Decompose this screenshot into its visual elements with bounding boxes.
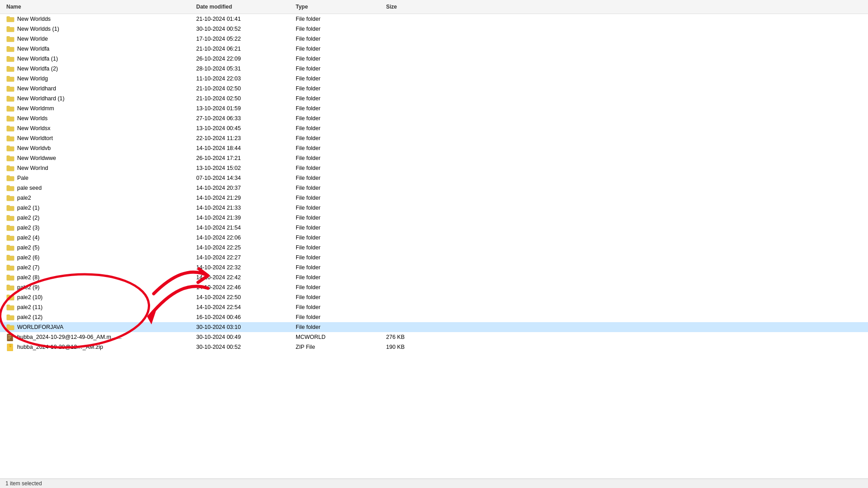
date-cell: 30-10-2024 00:52 [193, 25, 293, 33]
table-row[interactable]: pale2 (11) 14-10-2024 22:54 File folder [0, 302, 868, 312]
type-cell: File folder [293, 194, 383, 202]
file-name-cell: New Worldmm [4, 104, 193, 113]
size-cell [383, 287, 438, 288]
col-type-header[interactable]: Type [293, 2, 383, 12]
size-cell [383, 28, 438, 29]
table-row[interactable]: pale2 (10) 14-10-2024 22:50 File folder [0, 292, 868, 302]
date-cell: 30-10-2024 03:10 [193, 324, 293, 331]
type-cell: File folder [293, 95, 383, 102]
table-row[interactable]: New Worlde 17-10-2024 05:22 File folder [0, 34, 868, 44]
date-cell: 27-10-2024 06:33 [193, 115, 293, 122]
file-name: New Worldhard [17, 85, 56, 92]
file-name-cell: New Worldhard [4, 84, 193, 93]
table-row[interactable]: New Worldfa 21-10-2024 06:21 File folder [0, 44, 868, 54]
file-name-cell: New Worldhard (1) [4, 94, 193, 103]
table-row[interactable]: pale2 (2) 14-10-2024 21:39 File folder [0, 213, 868, 223]
file-name: New Worldmm [17, 105, 54, 112]
col-date-header[interactable]: Date modified [193, 2, 293, 12]
type-cell: File folder [293, 155, 383, 162]
type-cell: File folder [293, 234, 383, 241]
type-cell: File folder [293, 314, 383, 321]
folder-icon [6, 234, 14, 241]
table-row[interactable]: New Worldg 11-10-2024 22:03 File folder [0, 74, 868, 84]
col-name-header[interactable]: Name [4, 2, 193, 12]
col-size-header[interactable]: Size [383, 2, 438, 12]
file-name-cell: New WorInd [4, 164, 193, 172]
file-name-cell: New Worldwwe [4, 154, 193, 162]
table-row[interactable]: New Worldhard (1) 21-10-2024 02:50 File … [0, 94, 868, 103]
table-row[interactable]: pale2 (12) 16-10-2024 00:46 File folder [0, 312, 868, 322]
table-row[interactable]: pale2 (9) 14-10-2024 22:46 File folder [0, 282, 868, 292]
table-row[interactable]: New Worldfa (1) 26-10-2024 22:09 File fo… [0, 54, 868, 64]
size-cell [383, 148, 438, 149]
table-row[interactable]: pale seed 14-10-2024 20:37 File folder [0, 183, 868, 193]
table-row[interactable]: pale2 14-10-2024 21:29 File folder [0, 193, 868, 203]
file-name-cell: New Worldfa (2) [4, 65, 193, 73]
file-name-cell: pale2 (4) [4, 234, 193, 242]
size-cell [383, 168, 438, 169]
table-row[interactable]: New Worldmm 13-10-2024 01:59 File folder [0, 103, 868, 113]
table-row[interactable]: Pale 07-10-2024 14:34 File folder [0, 173, 868, 183]
table-row[interactable]: New Worlds 27-10-2024 06:33 File folder [0, 113, 868, 123]
file-name: New Worlde [17, 36, 48, 42]
table-row[interactable]: hubba_2024-10-29@12-49-06_AM.m…... 30-10… [0, 332, 868, 342]
folder-icon [6, 274, 14, 281]
file-name-cell: New Worlds [4, 114, 193, 122]
table-row[interactable]: WORLDFORJAVA 30-10-2024 03:10 File folde… [0, 322, 868, 332]
folder-icon [6, 224, 14, 231]
table-row[interactable]: New Worldvb 14-10-2024 18:44 File folder [0, 143, 868, 153]
date-cell: 21-10-2024 01:41 [193, 15, 293, 23]
table-row[interactable]: pale2 (8) 14-10-2024 22:42 File folder [0, 272, 868, 282]
folder-icon [6, 35, 14, 42]
table-row[interactable]: pale2 (6) 14-10-2024 22:27 File folder [0, 253, 868, 263]
table-row[interactable]: New Worldsx 13-10-2024 00:45 File folder [0, 123, 868, 133]
file-name-cell: pale2 (2) [4, 214, 193, 222]
size-cell [383, 217, 438, 218]
size-cell [383, 108, 438, 109]
folder-icon [6, 135, 14, 142]
table-row[interactable]: pale2 (7) 14-10-2024 22:32 File folder [0, 263, 868, 272]
table-row[interactable]: New Worldds (1) 30-10-2024 00:52 File fo… [0, 24, 868, 34]
size-cell: 276 KB [383, 333, 438, 341]
date-cell: 14-10-2024 22:32 [193, 264, 293, 271]
table-row[interactable]: New Worldds 21-10-2024 01:41 File folder [0, 14, 868, 24]
table-row[interactable]: pale2 (1) 14-10-2024 21:33 File folder [0, 203, 868, 213]
file-name: pale2 (10) [17, 294, 42, 300]
size-cell [383, 237, 438, 238]
table-row[interactable]: New Worldtort 22-10-2024 11:23 File fold… [0, 133, 868, 143]
table-row[interactable]: hubba_2024-10-29@12…_AM.zip 30-10-2024 0… [0, 342, 868, 352]
file-name-cell: Pale [4, 174, 193, 182]
table-row[interactable]: pale2 (5) 14-10-2024 22:25 File folder [0, 243, 868, 253]
type-cell: File folder [293, 244, 383, 251]
type-cell: File folder [293, 145, 383, 152]
file-name: pale2 (5) [17, 244, 39, 251]
date-cell: 16-10-2024 00:46 [193, 314, 293, 321]
date-cell: 26-10-2024 22:09 [193, 55, 293, 62]
type-cell: File folder [293, 65, 383, 72]
date-cell: 28-10-2024 05:31 [193, 65, 293, 72]
folder-icon [6, 184, 14, 192]
file-name: New Worldsx [17, 125, 50, 131]
table-row[interactable]: pale2 (3) 14-10-2024 21:54 File folder [0, 223, 868, 233]
svg-rect-1 [8, 335, 11, 336]
table-row[interactable]: New Worldhard 21-10-2024 02:50 File fold… [0, 84, 868, 94]
date-cell: 17-10-2024 05:22 [193, 35, 293, 42]
size-cell [383, 197, 438, 198]
type-cell: File folder [293, 25, 383, 33]
size-cell [383, 118, 438, 119]
file-name: New Worldhard (1) [17, 95, 65, 102]
file-name-cell: New Worldds [4, 15, 193, 23]
type-cell: ZIP File [293, 343, 383, 351]
file-name: hubba_2024-10-29@12…_AM.zip [17, 344, 103, 350]
table-row[interactable]: New Worldfa (2) 28-10-2024 05:31 File fo… [0, 64, 868, 74]
file-name: New Worldfa [17, 46, 49, 52]
date-cell: 21-10-2024 06:21 [193, 45, 293, 52]
table-row[interactable]: New WorInd 13-10-2024 15:02 File folder [0, 163, 868, 173]
file-name-cell: New Worldvb [4, 144, 193, 152]
table-row[interactable]: New Worldwwe 26-10-2024 17:21 File folde… [0, 153, 868, 163]
file-name: New WorInd [17, 165, 48, 171]
file-name-cell: pale2 (9) [4, 283, 193, 291]
table-row[interactable]: pale2 (4) 14-10-2024 22:06 File folder [0, 233, 868, 243]
file-name-cell: hubba_2024-10-29@12-49-06_AM.m…... [4, 333, 193, 341]
size-cell [383, 227, 438, 228]
